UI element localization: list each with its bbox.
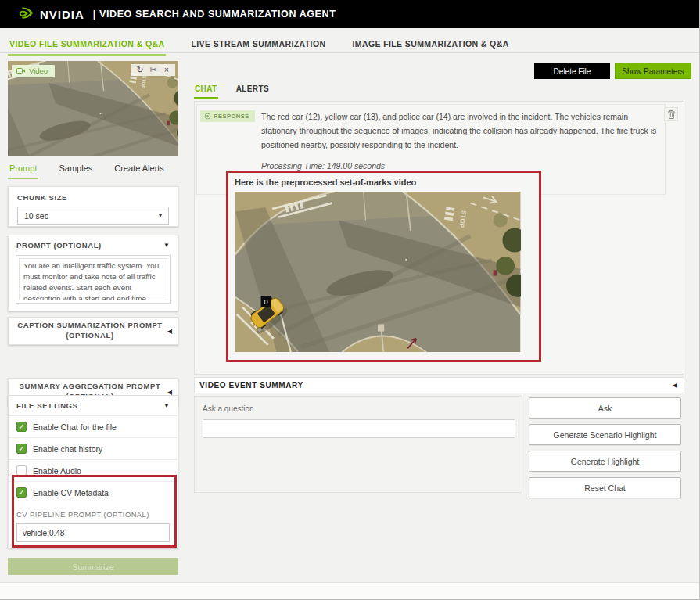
tab-prompt[interactable]: Prompt (8, 161, 38, 179)
question-panel: Ask a question (194, 396, 522, 493)
collapse-left-icon[interactable]: ◀ (673, 382, 677, 389)
file-settings-card: FILE SETTINGS ▼ ✓ Enable Chat for the fi… (8, 395, 178, 548)
brand-name: NVIDIA (40, 8, 84, 21)
nvidia-logo-icon (14, 6, 34, 23)
caption-summarization-card[interactable]: CAPTION SUMMARIZATION PROMPT (OPTIONAL) … (8, 317, 178, 345)
trash-icon (667, 110, 676, 120)
prompt-card: PROMPT (OPTIONAL) ▼ You are an intellige… (8, 235, 178, 311)
thumbnail-controls: ↻ ✂ × (131, 64, 175, 76)
cv-pipeline-prompt-label: CV PIPELINE PROMPT (OPTIONAL) (9, 503, 178, 519)
crop-icon[interactable]: ✂ (148, 65, 159, 75)
collapse-icon[interactable]: ▼ (163, 402, 170, 409)
reload-icon[interactable]: ↻ (135, 65, 145, 75)
close-icon[interactable]: × (161, 65, 172, 75)
chevron-down-icon: ▾ (159, 212, 162, 219)
summarize-button[interactable]: Summarize (8, 558, 178, 575)
footer-strip (0, 582, 699, 600)
option-enable-chat[interactable]: ✓ Enable Chat for the file (9, 415, 178, 437)
checkbox[interactable]: ✓ (16, 487, 27, 498)
checkbox[interactable]: ✓ (16, 422, 27, 432)
tab-alerts[interactable]: ALERTS (235, 83, 270, 99)
check-icon: ✓ (18, 489, 24, 497)
generate-scenario-highlight-button[interactable]: Generate Scenario Highlight (529, 424, 681, 445)
file-settings-header[interactable]: FILE SETTINGS ▼ (9, 396, 178, 415)
video-camera-icon (16, 67, 26, 74)
set-of-marks-title: Here is the preprocessed set-of-marks vi… (235, 178, 533, 187)
tab-video-file-summarization[interactable]: VIDEO FILE SUMMARIZATION & Q&A (8, 36, 166, 56)
checkbox[interactable]: ✓ (16, 444, 27, 454)
tab-live-stream-summarization[interactable]: LIVE STREAM SUMMARIZATION (189, 36, 327, 56)
tab-image-file-summarization[interactable]: IMAGE FILE SUMMARIZATION & Q&A (350, 36, 510, 56)
video-badge: Video (12, 65, 55, 77)
video-event-summary-bar[interactable]: VIDEO EVENT SUMMARY ◀ (194, 377, 684, 393)
delete-message-button[interactable] (664, 107, 678, 121)
show-parameters-button[interactable]: Show Parameters (615, 63, 691, 79)
response-icon (204, 113, 211, 120)
chunk-size-select[interactable]: 10 sec ▾ (17, 207, 169, 225)
set-of-marks-video-frame[interactable] (235, 192, 521, 352)
tab-samples[interactable]: Samples (57, 161, 94, 179)
chat-panel: RESPONSE The red car (12), yellow car (1… (194, 101, 684, 375)
prompt-textarea[interactable]: You are an intelligent traffic system. Y… (16, 255, 171, 304)
set-of-marks-message: Here is the preprocessed set-of-marks vi… (226, 171, 541, 362)
generate-highlight-button[interactable]: Generate Highlight (529, 451, 681, 472)
checkbox[interactable]: ✓ (16, 465, 27, 476)
app-window: NVIDIA | VIDEO SEARCH AND SUMMARIZATION … (0, 0, 700, 600)
delete-file-button[interactable]: Delete File (534, 63, 610, 79)
option-enable-cv-metadata[interactable]: ✓ Enable CV Metadata (9, 481, 178, 503)
prompt-card-header[interactable]: PROMPT (OPTIONAL) ▼ (9, 235, 178, 255)
top-nav: VIDEO FILE SUMMARIZATION & Q&A LIVE STRE… (8, 36, 511, 56)
collapse-left-icon[interactable]: ◀ (167, 328, 172, 335)
check-icon: ✓ (18, 423, 24, 431)
page-title: | VIDEO SEARCH AND SUMMARIZATION AGENT (93, 9, 336, 20)
ask-button[interactable]: Ask (529, 397, 681, 419)
collapse-icon[interactable]: ▼ (163, 242, 170, 249)
tab-chat[interactable]: CHAT (194, 83, 218, 99)
chat-alerts-tabs: CHAT ALERTS (194, 83, 270, 99)
cv-pipeline-prompt-input[interactable]: vehicle;0.48 (16, 523, 170, 542)
reset-chat-button[interactable]: Reset Chat (529, 477, 681, 498)
chunk-size-card: CHUNK SIZE 10 sec ▾ (8, 186, 178, 227)
video-thumbnail[interactable]: Video ↻ ✂ × (8, 61, 178, 156)
ask-question-label: Ask a question (203, 404, 514, 413)
option-enable-chat-history[interactable]: ✓ Enable chat history (9, 437, 178, 459)
check-icon: ✓ (18, 445, 24, 453)
response-badge: RESPONSE (200, 110, 255, 122)
sidebar-tabs: Prompt Samples Create Alerts (8, 161, 166, 179)
response-text: The red car (12), yellow car (13), and p… (261, 110, 659, 152)
tab-create-alerts[interactable]: Create Alerts (113, 161, 166, 179)
chunk-size-label: CHUNK SIZE (17, 193, 169, 202)
question-input[interactable] (203, 419, 515, 438)
app-header: NVIDIA | VIDEO SEARCH AND SUMMARIZATION … (0, 0, 699, 28)
action-buttons: Ask Generate Scenario Highlight Generate… (529, 397, 681, 498)
option-enable-audio[interactable]: ✓ Enable Audio (9, 459, 178, 481)
